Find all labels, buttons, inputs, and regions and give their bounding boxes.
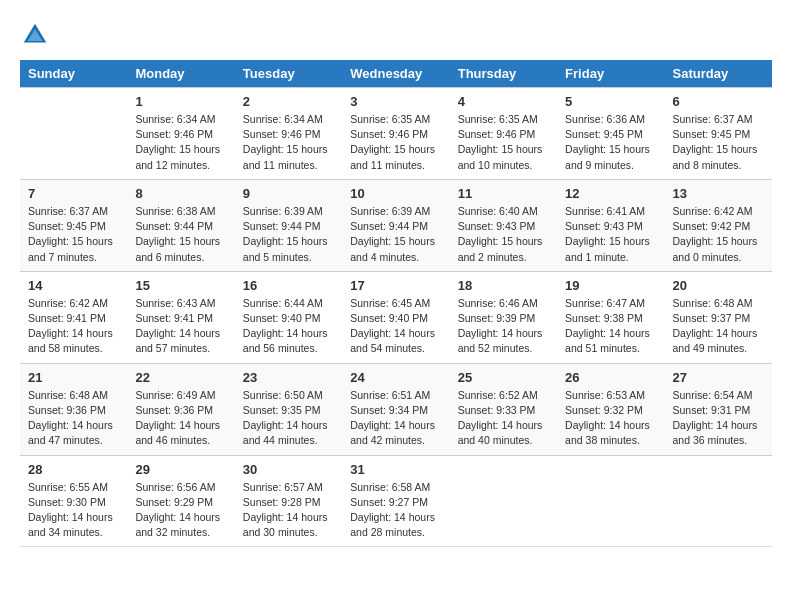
day-info: Sunrise: 6:44 AM Sunset: 9:40 PM Dayligh…: [243, 296, 334, 357]
day-info: Sunrise: 6:35 AM Sunset: 9:46 PM Dayligh…: [350, 112, 441, 173]
calendar-cell: 14Sunrise: 6:42 AM Sunset: 9:41 PM Dayli…: [20, 271, 127, 363]
day-info: Sunrise: 6:34 AM Sunset: 9:46 PM Dayligh…: [135, 112, 226, 173]
week-row-4: 21Sunrise: 6:48 AM Sunset: 9:36 PM Dayli…: [20, 363, 772, 455]
calendar-cell: [450, 455, 557, 547]
day-info: Sunrise: 6:58 AM Sunset: 9:27 PM Dayligh…: [350, 480, 441, 541]
header-cell-wednesday: Wednesday: [342, 60, 449, 88]
calendar-cell: [20, 88, 127, 180]
day-number: 9: [243, 186, 334, 201]
calendar-table: SundayMondayTuesdayWednesdayThursdayFrid…: [20, 60, 772, 547]
calendar-cell: 7Sunrise: 6:37 AM Sunset: 9:45 PM Daylig…: [20, 179, 127, 271]
calendar-body: 1Sunrise: 6:34 AM Sunset: 9:46 PM Daylig…: [20, 88, 772, 547]
day-number: 8: [135, 186, 226, 201]
day-info: Sunrise: 6:35 AM Sunset: 9:46 PM Dayligh…: [458, 112, 549, 173]
calendar-cell: 17Sunrise: 6:45 AM Sunset: 9:40 PM Dayli…: [342, 271, 449, 363]
calendar-cell: 21Sunrise: 6:48 AM Sunset: 9:36 PM Dayli…: [20, 363, 127, 455]
calendar-header: SundayMondayTuesdayWednesdayThursdayFrid…: [20, 60, 772, 88]
calendar-cell: 1Sunrise: 6:34 AM Sunset: 9:46 PM Daylig…: [127, 88, 234, 180]
day-number: 6: [673, 94, 764, 109]
day-info: Sunrise: 6:41 AM Sunset: 9:43 PM Dayligh…: [565, 204, 656, 265]
header-cell-sunday: Sunday: [20, 60, 127, 88]
day-info: Sunrise: 6:48 AM Sunset: 9:36 PM Dayligh…: [28, 388, 119, 449]
day-info: Sunrise: 6:47 AM Sunset: 9:38 PM Dayligh…: [565, 296, 656, 357]
day-number: 5: [565, 94, 656, 109]
calendar-cell: 2Sunrise: 6:34 AM Sunset: 9:46 PM Daylig…: [235, 88, 342, 180]
day-number: 15: [135, 278, 226, 293]
week-row-1: 1Sunrise: 6:34 AM Sunset: 9:46 PM Daylig…: [20, 88, 772, 180]
day-info: Sunrise: 6:38 AM Sunset: 9:44 PM Dayligh…: [135, 204, 226, 265]
calendar-cell: 16Sunrise: 6:44 AM Sunset: 9:40 PM Dayli…: [235, 271, 342, 363]
day-info: Sunrise: 6:49 AM Sunset: 9:36 PM Dayligh…: [135, 388, 226, 449]
day-info: Sunrise: 6:45 AM Sunset: 9:40 PM Dayligh…: [350, 296, 441, 357]
week-row-5: 28Sunrise: 6:55 AM Sunset: 9:30 PM Dayli…: [20, 455, 772, 547]
calendar-cell: 6Sunrise: 6:37 AM Sunset: 9:45 PM Daylig…: [665, 88, 772, 180]
day-number: 1: [135, 94, 226, 109]
day-info: Sunrise: 6:42 AM Sunset: 9:42 PM Dayligh…: [673, 204, 764, 265]
header-cell-friday: Friday: [557, 60, 664, 88]
header-cell-tuesday: Tuesday: [235, 60, 342, 88]
day-number: 18: [458, 278, 549, 293]
calendar-cell: [557, 455, 664, 547]
calendar-cell: 20Sunrise: 6:48 AM Sunset: 9:37 PM Dayli…: [665, 271, 772, 363]
header-row: SundayMondayTuesdayWednesdayThursdayFrid…: [20, 60, 772, 88]
week-row-2: 7Sunrise: 6:37 AM Sunset: 9:45 PM Daylig…: [20, 179, 772, 271]
day-info: Sunrise: 6:56 AM Sunset: 9:29 PM Dayligh…: [135, 480, 226, 541]
day-info: Sunrise: 6:36 AM Sunset: 9:45 PM Dayligh…: [565, 112, 656, 173]
calendar-cell: 29Sunrise: 6:56 AM Sunset: 9:29 PM Dayli…: [127, 455, 234, 547]
day-number: 27: [673, 370, 764, 385]
day-number: 24: [350, 370, 441, 385]
day-number: 26: [565, 370, 656, 385]
day-number: 11: [458, 186, 549, 201]
day-number: 28: [28, 462, 119, 477]
logo: [20, 20, 54, 50]
calendar-cell: 26Sunrise: 6:53 AM Sunset: 9:32 PM Dayli…: [557, 363, 664, 455]
calendar-cell: 23Sunrise: 6:50 AM Sunset: 9:35 PM Dayli…: [235, 363, 342, 455]
day-info: Sunrise: 6:48 AM Sunset: 9:37 PM Dayligh…: [673, 296, 764, 357]
calendar-cell: 3Sunrise: 6:35 AM Sunset: 9:46 PM Daylig…: [342, 88, 449, 180]
calendar-cell: 10Sunrise: 6:39 AM Sunset: 9:44 PM Dayli…: [342, 179, 449, 271]
calendar-cell: 31Sunrise: 6:58 AM Sunset: 9:27 PM Dayli…: [342, 455, 449, 547]
day-number: 22: [135, 370, 226, 385]
day-info: Sunrise: 6:52 AM Sunset: 9:33 PM Dayligh…: [458, 388, 549, 449]
day-number: 13: [673, 186, 764, 201]
day-info: Sunrise: 6:42 AM Sunset: 9:41 PM Dayligh…: [28, 296, 119, 357]
day-number: 12: [565, 186, 656, 201]
day-number: 4: [458, 94, 549, 109]
calendar-cell: 27Sunrise: 6:54 AM Sunset: 9:31 PM Dayli…: [665, 363, 772, 455]
calendar-cell: [665, 455, 772, 547]
day-number: 29: [135, 462, 226, 477]
day-number: 3: [350, 94, 441, 109]
day-info: Sunrise: 6:53 AM Sunset: 9:32 PM Dayligh…: [565, 388, 656, 449]
day-info: Sunrise: 6:55 AM Sunset: 9:30 PM Dayligh…: [28, 480, 119, 541]
day-number: 14: [28, 278, 119, 293]
calendar-cell: 22Sunrise: 6:49 AM Sunset: 9:36 PM Dayli…: [127, 363, 234, 455]
calendar-cell: 8Sunrise: 6:38 AM Sunset: 9:44 PM Daylig…: [127, 179, 234, 271]
calendar-cell: 15Sunrise: 6:43 AM Sunset: 9:41 PM Dayli…: [127, 271, 234, 363]
calendar-cell: 4Sunrise: 6:35 AM Sunset: 9:46 PM Daylig…: [450, 88, 557, 180]
day-number: 31: [350, 462, 441, 477]
header-cell-thursday: Thursday: [450, 60, 557, 88]
day-info: Sunrise: 6:54 AM Sunset: 9:31 PM Dayligh…: [673, 388, 764, 449]
calendar-cell: 19Sunrise: 6:47 AM Sunset: 9:38 PM Dayli…: [557, 271, 664, 363]
day-info: Sunrise: 6:37 AM Sunset: 9:45 PM Dayligh…: [28, 204, 119, 265]
calendar-cell: 11Sunrise: 6:40 AM Sunset: 9:43 PM Dayli…: [450, 179, 557, 271]
day-number: 20: [673, 278, 764, 293]
day-number: 21: [28, 370, 119, 385]
day-info: Sunrise: 6:39 AM Sunset: 9:44 PM Dayligh…: [350, 204, 441, 265]
calendar-cell: 12Sunrise: 6:41 AM Sunset: 9:43 PM Dayli…: [557, 179, 664, 271]
day-info: Sunrise: 6:51 AM Sunset: 9:34 PM Dayligh…: [350, 388, 441, 449]
day-info: Sunrise: 6:43 AM Sunset: 9:41 PM Dayligh…: [135, 296, 226, 357]
day-number: 10: [350, 186, 441, 201]
header-cell-saturday: Saturday: [665, 60, 772, 88]
calendar-cell: 30Sunrise: 6:57 AM Sunset: 9:28 PM Dayli…: [235, 455, 342, 547]
day-info: Sunrise: 6:40 AM Sunset: 9:43 PM Dayligh…: [458, 204, 549, 265]
day-number: 2: [243, 94, 334, 109]
day-number: 30: [243, 462, 334, 477]
day-number: 25: [458, 370, 549, 385]
day-info: Sunrise: 6:39 AM Sunset: 9:44 PM Dayligh…: [243, 204, 334, 265]
calendar-cell: 18Sunrise: 6:46 AM Sunset: 9:39 PM Dayli…: [450, 271, 557, 363]
logo-icon: [20, 20, 50, 50]
day-info: Sunrise: 6:50 AM Sunset: 9:35 PM Dayligh…: [243, 388, 334, 449]
week-row-3: 14Sunrise: 6:42 AM Sunset: 9:41 PM Dayli…: [20, 271, 772, 363]
day-number: 7: [28, 186, 119, 201]
